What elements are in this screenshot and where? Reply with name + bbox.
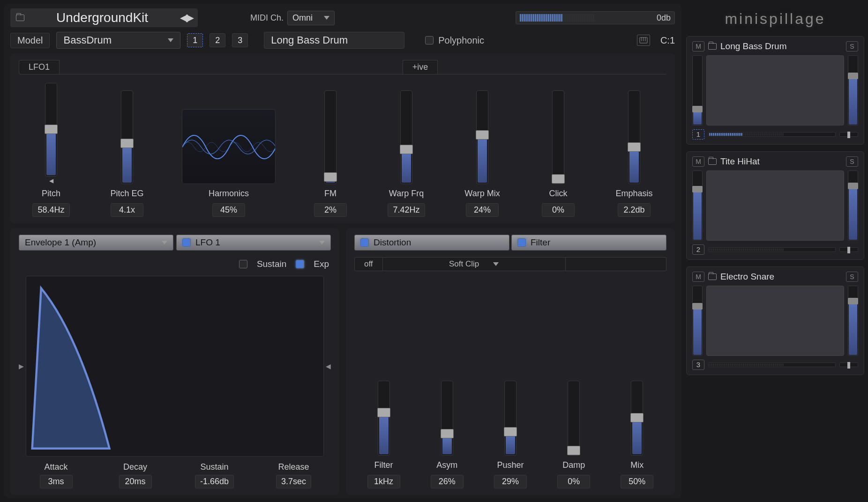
slider[interactable]	[378, 381, 390, 456]
fm-value[interactable]: 2%	[314, 203, 347, 217]
damp-value[interactable]: 0%	[557, 475, 590, 488]
volume-slider[interactable]	[848, 170, 858, 241]
folder-icon[interactable]	[708, 43, 717, 50]
warp_mix-group: Warp Mix 24%	[461, 90, 503, 217]
warp_mix-value[interactable]: 24%	[466, 203, 499, 217]
slider[interactable]	[400, 90, 412, 184]
level-meter	[708, 132, 836, 137]
folder-icon[interactable]	[708, 273, 717, 280]
filter-enable[interactable]	[517, 238, 526, 247]
exp-label: Exp	[314, 259, 329, 269]
midi-learn-icon[interactable]	[637, 35, 650, 46]
attack-value[interactable]: 3ms	[40, 475, 73, 488]
env-handle-left[interactable]: ▶	[19, 362, 24, 370]
chevron-down-icon	[162, 241, 167, 244]
dist-mode-off[interactable]: off	[354, 257, 383, 271]
folder-icon[interactable]	[708, 158, 717, 165]
pan-slider[interactable]	[692, 286, 703, 356]
pad-number[interactable]: 1	[692, 129, 704, 140]
envelope-panel: Envelope 1 (Amp) LFO 1 Sustain Exp	[10, 228, 339, 495]
envelope-graph[interactable]	[26, 276, 324, 457]
folder-icon[interactable]	[16, 15, 24, 21]
tab-distortion[interactable]: Distortion	[354, 235, 509, 251]
distortion-enable[interactable]	[360, 238, 369, 247]
polyphonic-label: Polyphonic	[438, 35, 484, 46]
solo-button[interactable]: S	[846, 41, 858, 52]
pitch-value[interactable]: 58.4Hz	[32, 203, 69, 217]
waveform-display[interactable]	[706, 170, 844, 241]
logo: minispillage	[686, 4, 864, 30]
oscillator-panel: LFO1 +ive ◀ Pitch 58.4Hz Pitch EG 4.1x	[10, 53, 675, 223]
attack-label: Attack	[44, 462, 67, 472]
slider[interactable]	[441, 381, 453, 456]
pan-indicator[interactable]	[839, 132, 858, 137]
pad-name-field[interactable]: Long Bass Drum	[264, 32, 404, 49]
click-value[interactable]: 0%	[542, 203, 575, 217]
chevron-down-icon	[324, 16, 329, 20]
slider[interactable]	[121, 90, 133, 184]
pad-number[interactable]: 3	[692, 360, 704, 370]
release-value[interactable]: 3.7sec	[276, 475, 311, 488]
slider[interactable]	[504, 381, 516, 456]
solo-button[interactable]: S	[846, 272, 858, 282]
mute-button[interactable]: M	[692, 41, 704, 52]
envelope-select[interactable]: Envelope 1 (Amp)	[19, 235, 173, 251]
exp-checkbox[interactable]	[296, 260, 304, 268]
slider[interactable]	[552, 90, 564, 184]
pad-slot-1: M Long Bass Drum S 1	[686, 36, 864, 145]
warp_frq-group: Warp Frq 7.42Hz	[385, 90, 427, 217]
slider[interactable]	[476, 90, 488, 184]
tab-filter[interactable]: Filter	[511, 235, 666, 251]
pad-select-2[interactable]: 2	[210, 33, 225, 47]
emphasis-value[interactable]: 2.2db	[618, 203, 651, 217]
filter-value[interactable]: 1kHz	[367, 475, 400, 488]
pad-select-1[interactable]: 1	[187, 33, 203, 47]
solo-button[interactable]: S	[846, 156, 858, 167]
preset-name: UndergroundKit	[56, 10, 148, 25]
pan-indicator[interactable]	[839, 362, 858, 367]
asym-value[interactable]: 26%	[431, 475, 464, 488]
chevron-down-icon	[168, 38, 173, 42]
decay-value[interactable]: 20ms	[119, 475, 152, 488]
slider[interactable]	[568, 381, 580, 456]
pad-select-3[interactable]: 3	[232, 33, 248, 47]
decay-label: Decay	[123, 462, 147, 472]
dist-mode-select[interactable]: Soft Clip	[383, 257, 566, 271]
polyphonic-checkbox[interactable]	[425, 36, 434, 44]
lfo-enable-checkbox[interactable]	[182, 238, 191, 247]
waveform-display[interactable]	[706, 55, 844, 126]
preset-box: UndergroundKit ◀▶	[10, 8, 198, 27]
midi-ch-select[interactable]: Omni	[287, 11, 335, 25]
pad-name: Long Bass Drum	[720, 41, 842, 52]
slider[interactable]	[324, 90, 337, 184]
env-handle-right[interactable]: ◀	[326, 362, 331, 370]
pan-slider[interactable]	[692, 170, 703, 241]
tab-lfo1[interactable]: LFO1	[19, 60, 60, 74]
warp_frq-value[interactable]: 7.42Hz	[388, 203, 425, 217]
pitch_eg-value[interactable]: 4.1x	[111, 203, 143, 217]
volume-slider[interactable]	[848, 55, 858, 126]
pad-number[interactable]: 2	[692, 244, 704, 255]
pan-indicator[interactable]	[839, 247, 858, 252]
output-db: 0db	[657, 13, 671, 23]
tab-ive[interactable]: +ive	[403, 60, 438, 74]
pusher-value[interactable]: 29%	[494, 475, 527, 488]
slider[interactable]	[628, 90, 640, 184]
mute-button[interactable]: M	[692, 272, 704, 282]
lfo-select[interactable]: LFO 1	[176, 235, 331, 251]
model-select[interactable]: BassDrum	[56, 32, 180, 49]
sustain-checkbox[interactable]	[239, 260, 247, 268]
waveform-display[interactable]	[706, 286, 844, 356]
slider[interactable]	[631, 381, 643, 456]
volume-slider[interactable]	[848, 286, 858, 356]
pan-slider[interactable]	[692, 55, 703, 126]
preset-prev-next[interactable]: ◀▶	[180, 12, 192, 24]
mix-value[interactable]: 50%	[621, 475, 653, 488]
asym-group: Asym 26%	[426, 381, 468, 488]
sustain-label: Sustain	[257, 259, 286, 269]
sustain-value[interactable]: -1.66db	[195, 475, 234, 488]
slider[interactable]	[45, 83, 57, 177]
harmonics-display[interactable]	[182, 109, 276, 184]
mute-button[interactable]: M	[692, 156, 704, 167]
harmonics-value[interactable]: 45%	[212, 203, 245, 217]
